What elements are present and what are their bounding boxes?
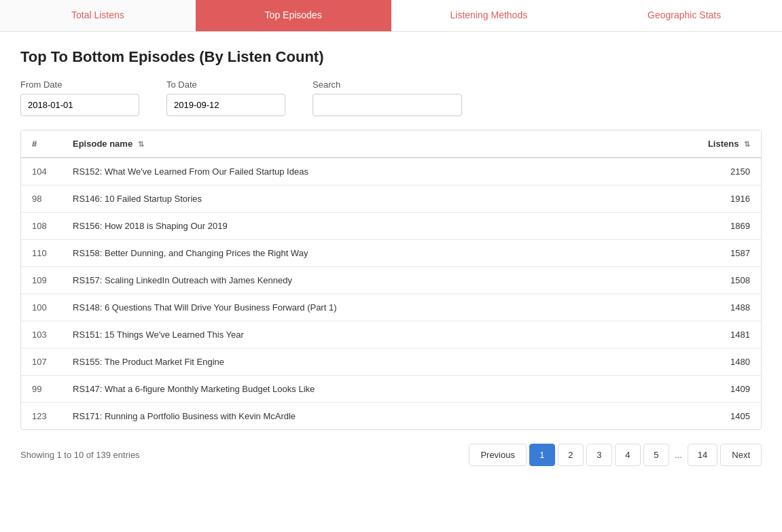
table-row: 98 RS146: 10 Failed Startup Stories 1916 — [21, 185, 761, 213]
table-row: 103 RS151: 15 Things We've Learned This … — [21, 321, 761, 349]
tab-navigation: Total Listens Top Episodes Listening Met… — [0, 0, 782, 32]
row-num: 99 — [21, 376, 62, 403]
row-listens: 1869 — [693, 213, 761, 240]
row-num: 123 — [21, 403, 62, 430]
sort-icon-episode: ⇅ — [138, 140, 144, 149]
column-header-listens[interactable]: Listens ⇅ — [693, 130, 761, 158]
row-listens: 1405 — [693, 403, 761, 430]
next-button[interactable]: Next — [720, 444, 762, 466]
row-listens: 1488 — [693, 294, 761, 321]
column-header-episode-name[interactable]: Episode name ⇅ — [62, 130, 693, 158]
search-group: Search — [313, 79, 462, 116]
row-episode-name: RS151: 15 Things We've Learned This Year — [62, 321, 693, 349]
row-listens: 1587 — [693, 240, 761, 267]
previous-button[interactable]: Previous — [469, 444, 527, 466]
table-row: 107 RS155: The Product Market Fit Engine… — [21, 349, 761, 376]
page-button-5[interactable]: 5 — [643, 444, 669, 466]
row-episode-name: RS157: Scaling LinkedIn Outreach with Ja… — [62, 267, 693, 294]
main-content: Top To Bottom Episodes (By Listen Count)… — [0, 32, 782, 482]
page-button-3[interactable]: 3 — [586, 444, 612, 466]
tab-top-episodes[interactable]: Top Episodes — [196, 0, 391, 31]
row-num: 104 — [21, 158, 62, 185]
row-episode-name: RS147: What a 6-figure Monthly Marketing… — [62, 376, 693, 403]
row-num: 98 — [21, 185, 62, 213]
search-label: Search — [313, 79, 462, 90]
tab-total-listens[interactable]: Total Listens — [0, 0, 196, 31]
row-num: 108 — [21, 213, 62, 240]
column-header-num: # — [21, 130, 62, 158]
row-num: 109 — [21, 267, 62, 294]
row-num: 103 — [21, 321, 62, 349]
table-body: 104 RS152: What We've Learned From Our F… — [21, 158, 761, 429]
page-button-14[interactable]: 14 — [688, 444, 717, 466]
pagination-ellipsis: ... — [672, 444, 685, 465]
pagination-controls: Previous 1 2 3 4 5 ... 14 Next — [469, 444, 762, 466]
page-title: Top To Bottom Episodes (By Listen Count) — [20, 48, 762, 66]
episodes-table: # Episode name ⇅ Listens ⇅ 104 RS152: Wh… — [21, 130, 761, 429]
to-date-input[interactable] — [167, 94, 285, 116]
search-input[interactable] — [313, 94, 462, 116]
episodes-table-wrapper: # Episode name ⇅ Listens ⇅ 104 RS152: Wh… — [20, 130, 762, 430]
row-num: 110 — [21, 240, 62, 267]
row-episode-name: RS158: Better Dunning, and Changing Pric… — [62, 240, 693, 267]
table-header-row: # Episode name ⇅ Listens ⇅ — [21, 130, 761, 158]
page-button-1[interactable]: 1 — [529, 444, 555, 466]
table-row: 100 RS148: 6 Questions That Will Drive Y… — [21, 294, 761, 321]
from-date-input[interactable] — [21, 94, 139, 116]
row-num: 100 — [21, 294, 62, 321]
filters-row: From Date To Date — [20, 79, 762, 116]
from-date-group: From Date — [20, 79, 139, 116]
sort-icon-listens: ⇅ — [744, 140, 750, 149]
to-date-wrapper — [166, 94, 285, 116]
row-listens: 1916 — [693, 185, 761, 213]
table-row: 99 RS147: What a 6-figure Monthly Market… — [21, 376, 761, 403]
row-episode-name: RS152: What We've Learned From Our Faile… — [62, 158, 693, 185]
row-listens: 2150 — [693, 158, 761, 185]
row-episode-name: RS148: 6 Questions That Will Drive Your … — [62, 294, 693, 321]
tab-geographic-stats[interactable]: Geographic Stats — [586, 0, 782, 31]
from-date-label: From Date — [20, 79, 139, 90]
row-episode-name: RS171: Running a Portfolio Business with… — [62, 403, 693, 430]
row-listens: 1480 — [693, 349, 761, 376]
page-button-4[interactable]: 4 — [615, 444, 641, 466]
row-listens: 1409 — [693, 376, 761, 403]
page-button-2[interactable]: 2 — [558, 444, 584, 466]
pagination-area: Showing 1 to 10 of 139 entries Previous … — [20, 444, 762, 466]
to-date-label: To Date — [166, 79, 285, 90]
showing-text: Showing 1 to 10 of 139 entries — [20, 450, 140, 460]
row-episode-name: RS156: How 2018 is Shaping Our 2019 — [62, 213, 693, 240]
table-row: 104 RS152: What We've Learned From Our F… — [21, 158, 761, 185]
row-episode-name: RS155: The Product Market Fit Engine — [62, 349, 693, 376]
table-row: 110 RS158: Better Dunning, and Changing … — [21, 240, 761, 267]
table-row: 109 RS157: Scaling LinkedIn Outreach wit… — [21, 267, 761, 294]
from-date-wrapper — [20, 94, 139, 116]
to-date-group: To Date — [166, 79, 285, 116]
row-episode-name: RS146: 10 Failed Startup Stories — [62, 185, 693, 213]
tab-listening-methods[interactable]: Listening Methods — [391, 0, 587, 31]
table-row: 123 RS171: Running a Portfolio Business … — [21, 403, 761, 430]
row-num: 107 — [21, 349, 62, 376]
row-listens: 1481 — [693, 321, 761, 349]
table-row: 108 RS156: How 2018 is Shaping Our 2019 … — [21, 213, 761, 240]
row-listens: 1508 — [693, 267, 761, 294]
